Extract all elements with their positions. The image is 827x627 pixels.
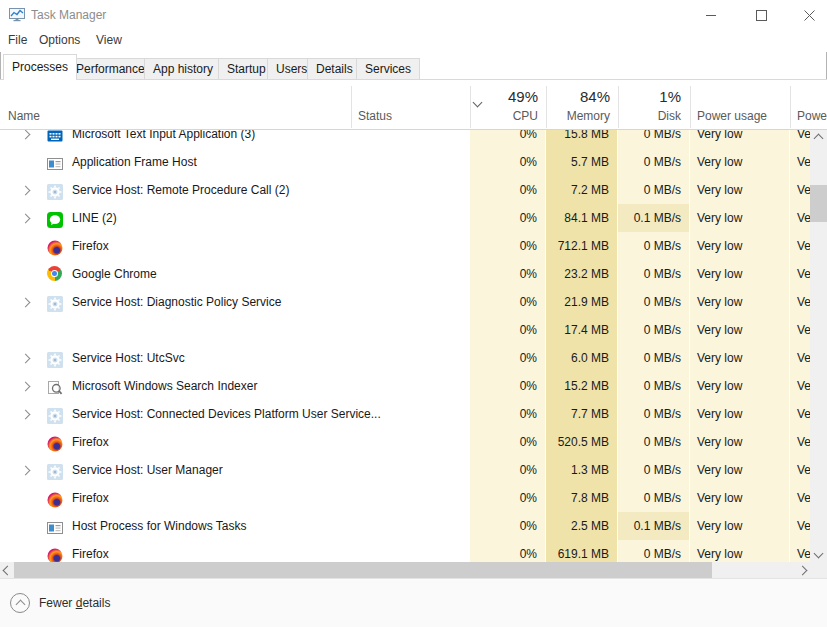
power-trend-cell: Ve xyxy=(790,204,810,232)
power-trend-cell: Ve xyxy=(790,540,810,562)
column-memory[interactable]: Memory xyxy=(546,109,610,123)
disk-total-percent: 1% xyxy=(618,88,681,105)
process-name: Application Frame Host xyxy=(72,155,197,169)
power-trend-cell: Ve xyxy=(790,484,810,512)
process-row[interactable]: 0%17.4 MB0 MB/sVery lowVe xyxy=(0,316,810,344)
menu-file[interactable]: File xyxy=(8,30,27,52)
disk-cell: 0 MB/s xyxy=(618,130,690,148)
expand-chevron-icon[interactable] xyxy=(22,130,36,148)
process-row[interactable]: Microsoft Text Input Application (3)0%15… xyxy=(0,130,810,148)
expand-chevron-icon[interactable] xyxy=(22,372,36,400)
process-name-cell: Service Host: Remote Procedure Call (2) xyxy=(0,176,470,204)
process-row[interactable]: Google Chrome0%23.2 MB0 MB/sVery lowVe xyxy=(0,260,810,288)
disk-cell: 0 MB/s xyxy=(618,540,690,562)
window-icon xyxy=(47,518,63,534)
firefox-icon xyxy=(47,238,63,254)
power-trend-cell: Ve xyxy=(790,130,810,148)
menu-view[interactable]: View xyxy=(96,30,122,52)
expand-chevron-icon[interactable] xyxy=(22,204,36,232)
gear-icon xyxy=(47,462,63,478)
process-name-cell: LINE (2) xyxy=(0,204,470,232)
process-row[interactable]: Service Host: User Manager0%1.3 MB0 MB/s… xyxy=(0,456,810,484)
process-row[interactable]: Microsoft Windows Search Indexer0%15.2 M… xyxy=(0,372,810,400)
cpu-cell: 0% xyxy=(470,540,546,562)
process-row[interactable]: Service Host: Remote Procedure Call (2)0… xyxy=(0,176,810,204)
process-row[interactable]: Service Host: UtcSvc0%6.0 MB0 MB/sVery l… xyxy=(0,344,810,372)
vertical-scrollbar-thumb[interactable] xyxy=(810,185,827,222)
cpu-cell: 0% xyxy=(470,344,546,372)
process-name: Service Host: Diagnostic Policy Service xyxy=(72,295,281,309)
column-disk[interactable]: Disk xyxy=(618,109,681,123)
horizontal-scrollbar[interactable] xyxy=(0,562,810,578)
process-name-cell: Firefox xyxy=(0,428,470,456)
keyboard-icon xyxy=(47,130,63,142)
tab-strip: Processes Performance App history Startu… xyxy=(0,52,827,80)
column-status[interactable]: Status xyxy=(358,109,392,123)
fewer-details-button[interactable]: Fewer details xyxy=(10,593,110,613)
process-row[interactable]: LINE (2)0%84.1 MB0.1 MB/sVery lowVe xyxy=(0,204,810,232)
firefox-icon xyxy=(47,490,63,506)
expand-chevron-icon[interactable] xyxy=(22,344,36,372)
disk-cell: 0 MB/s xyxy=(618,260,690,288)
scroll-down-button[interactable] xyxy=(810,545,827,562)
process-row[interactable]: Firefox0%520.5 MB0 MB/sVery lowVe xyxy=(0,428,810,456)
chevron-left-icon xyxy=(2,565,12,575)
disk-cell: 0 MB/s xyxy=(618,484,690,512)
power-trend-cell: Ve xyxy=(790,456,810,484)
process-name: Service Host: Remote Procedure Call (2) xyxy=(72,183,289,197)
column-name[interactable]: Name xyxy=(8,109,40,123)
tab-services[interactable]: Services xyxy=(356,58,420,80)
tab-app-history[interactable]: App history xyxy=(144,58,222,80)
scroll-right-button[interactable] xyxy=(795,562,810,578)
close-button[interactable] xyxy=(786,0,827,30)
cpu-cell: 0% xyxy=(470,176,546,204)
disk-cell: 0 MB/s xyxy=(618,288,690,316)
process-name-cell: Firefox xyxy=(0,484,470,512)
column-power-usage[interactable]: Power usage xyxy=(697,109,767,123)
column-power-usage-trend[interactable]: Powe xyxy=(797,109,827,123)
process-row[interactable]: Firefox0%712.1 MB0 MB/sVery lowVe xyxy=(0,232,810,260)
expand-chevron-icon[interactable] xyxy=(22,288,36,316)
process-row[interactable]: Firefox0%7.8 MB0 MB/sVery lowVe xyxy=(0,484,810,512)
tab-details[interactable]: Details xyxy=(307,58,362,80)
firefox-icon xyxy=(47,546,63,562)
process-row[interactable]: Host Process for Windows Tasks0%2.5 MB0.… xyxy=(0,512,810,540)
memory-cell: 7.7 MB xyxy=(546,400,618,428)
line-icon xyxy=(47,210,63,226)
maximize-icon xyxy=(756,10,767,21)
tab-processes[interactable]: Processes xyxy=(3,54,77,80)
power-trend-cell: Ve xyxy=(790,288,810,316)
power-usage-cell: Very low xyxy=(690,484,790,512)
process-row[interactable]: Service Host: Connected Devices Platform… xyxy=(0,400,810,428)
column-cpu[interactable]: CPU xyxy=(470,109,538,123)
process-row[interactable]: Application Frame Host0%5.7 MB0 MB/sVery… xyxy=(0,148,810,176)
tab-performance[interactable]: Performance xyxy=(67,58,154,80)
horizontal-scrollbar-thumb[interactable] xyxy=(14,562,712,578)
expand-chevron-icon[interactable] xyxy=(22,176,36,204)
process-name-cell: Application Frame Host xyxy=(0,148,470,176)
process-row[interactable]: Firefox0%619.1 MB0 MB/sVery lowVe xyxy=(0,540,810,562)
scroll-left-button[interactable] xyxy=(0,562,14,578)
memory-cell: 7.8 MB xyxy=(546,484,618,512)
process-name-cell xyxy=(0,316,470,344)
scroll-up-button[interactable] xyxy=(810,130,827,147)
memory-cell: 5.7 MB xyxy=(546,148,618,176)
process-row[interactable]: Service Host: Diagnostic Policy Service0… xyxy=(0,288,810,316)
menu-options[interactable]: Options xyxy=(39,30,80,52)
expand-chevron-icon[interactable] xyxy=(22,456,36,484)
process-name: Firefox xyxy=(72,491,109,505)
cpu-cell: 0% xyxy=(470,428,546,456)
maximize-button[interactable] xyxy=(738,0,784,30)
memory-cell: 15.2 MB xyxy=(546,372,618,400)
gear-icon xyxy=(47,182,63,198)
vertical-scrollbar[interactable] xyxy=(810,130,827,562)
process-list: Microsoft Text Input Application (3)0%15… xyxy=(0,130,827,562)
cpu-cell: 0% xyxy=(470,372,546,400)
expand-chevron-icon[interactable] xyxy=(22,400,36,428)
memory-cell: 84.1 MB xyxy=(546,204,618,232)
footer-bar: Fewer details End task xyxy=(0,578,827,627)
cpu-total-percent: 49% xyxy=(470,88,538,105)
column-header: Name Status 49% CPU 84% Memory 1% Disk P… xyxy=(0,80,827,130)
minimize-button[interactable] xyxy=(688,0,734,30)
cpu-cell: 0% xyxy=(470,400,546,428)
